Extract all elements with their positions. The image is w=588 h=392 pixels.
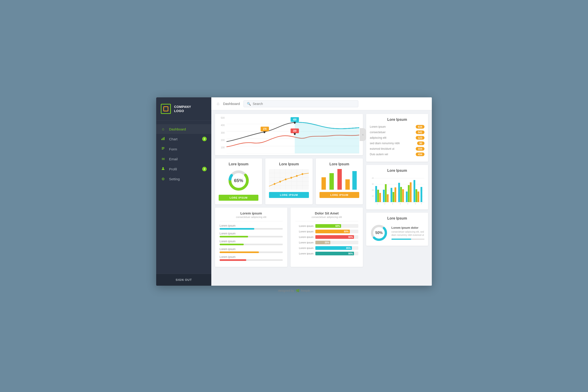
svg-rect-24: [269, 169, 309, 190]
sidebar-item-label-chart: Chart: [169, 137, 178, 141]
card3-action-btn[interactable]: LORE IPSUM: [320, 192, 359, 198]
list-badge-6: 434: [416, 152, 424, 156]
svg-point-39: [296, 175, 298, 177]
main-content: ⌂ Dashboard 🔍 100 200: [211, 97, 432, 286]
sidebar-item-chart[interactable]: Chart 2: [156, 134, 211, 144]
list-row-6: Duis autem vel 434: [370, 152, 424, 156]
hbar-track-5: 85%: [315, 246, 358, 250]
list-badge-5: 334: [416, 147, 424, 151]
hbar-title: Dolor Sit Amet: [295, 211, 358, 215]
line-chart-container: 100 200 300 400 500: [219, 117, 359, 154]
list-badge-2: 541: [416, 130, 424, 134]
svg-text:270: 270: [263, 128, 266, 131]
progress-card-title: Lorem ipsum: [220, 211, 283, 215]
svg-rect-45: [345, 179, 350, 190]
hbar-fill-2: 80%: [315, 230, 350, 233]
bar-chart-icon: [161, 137, 166, 141]
search-input[interactable]: [253, 102, 355, 106]
svg-text:5: 5: [408, 203, 408, 204]
sidebar-item-dashboard[interactable]: ⌂ Dashboard: [156, 124, 211, 134]
svg-rect-5: [162, 149, 164, 150]
svg-rect-42: [321, 177, 326, 190]
gear-icon: ⚙: [161, 177, 166, 181]
signout-button[interactable]: SIGN OUT: [161, 278, 207, 282]
list-label-1: Lorem ipsum: [370, 125, 386, 128]
sidebar-item-setting[interactable]: ⚙ Setting: [156, 174, 211, 184]
list-row-3: adipiscing elit 123: [370, 136, 424, 140]
hbar-card: Dolor Sit Amet consectetuer adipiscing e…: [290, 208, 363, 267]
progress-bar-fill-5: [220, 259, 246, 261]
hbar-subtitle: consectetuer adipiscing elit: [295, 216, 358, 218]
svg-rect-69: [408, 185, 410, 202]
progress-bar-bg-4: [220, 252, 283, 253]
list-badge-1: 634: [416, 125, 424, 128]
y-label-300: 300: [219, 132, 226, 134]
sidebar-item-email[interactable]: ✉ Email: [156, 154, 211, 164]
svg-rect-70: [410, 182, 412, 202]
card1-action-btn[interactable]: LORE IPSUM: [219, 195, 258, 201]
content-right: Lore Ipsum Lorem ipsum 634 consectetuer …: [366, 114, 428, 282]
progress-bar-fill-1: [220, 228, 254, 230]
svg-text:3: 3: [392, 203, 393, 204]
header-home-icon: ⌂: [217, 101, 219, 106]
list-row-1: Lorem ipsum 634: [370, 125, 424, 128]
svg-rect-60: [385, 184, 387, 202]
hbar-pct-5: 85%: [346, 247, 351, 250]
donut-chart: 65%: [227, 169, 250, 192]
hbar-label-4: Lorem ipsum: [295, 241, 314, 244]
sidebar-item-label-email: Email: [169, 157, 178, 161]
svg-text:45: 45: [372, 177, 374, 179]
card2-title: Lore Ipsum: [279, 162, 299, 166]
progress-label-3: Lorem ipsum: [220, 240, 283, 243]
svg-text:4: 4: [400, 203, 400, 204]
list-label-4: sed diam nonummy nibh: [370, 142, 400, 145]
card2-action-btn[interactable]: LORE IPSUM: [269, 192, 309, 198]
sidebar-item-label-setting: Setting: [169, 177, 180, 181]
card-bar: Lore Ipsum: [316, 158, 363, 204]
hbar-row-2: Lorem ipsum 80%: [295, 230, 358, 233]
sidebar-item-label-dashboard: Dashboard: [169, 127, 186, 131]
progress-item-1: Lorem ipsum: [220, 224, 283, 230]
hbar-track-4: 35%: [315, 241, 358, 244]
svg-rect-59: [383, 190, 385, 202]
list-label-6: Duis autem vel: [370, 153, 388, 156]
svg-rect-65: [398, 183, 400, 202]
right-bar-title: Lore Ipsum: [370, 168, 424, 173]
progress-bar-bg-3: [220, 244, 283, 245]
chart-area: 270 200 400: [226, 117, 359, 154]
svg-point-36: [279, 181, 281, 182]
svg-rect-62: [390, 188, 392, 202]
hbar-label-3: Lorem ipsum: [295, 236, 314, 238]
right-bar-card: Lore Ipsum 45 30 20 10: [366, 165, 428, 210]
svg-text:20: 20: [372, 189, 374, 191]
progress-label-5: Lorem ipsum: [220, 255, 283, 258]
svg-rect-71: [414, 180, 415, 202]
footer-brand: freepik: [301, 289, 310, 292]
hbar-track-3: 90%: [315, 235, 358, 239]
chart-badge: 2: [202, 137, 207, 141]
logo-inner-square: [163, 106, 168, 112]
right-donut-wrap: 50%: [370, 224, 388, 242]
svg-rect-73: [418, 192, 420, 202]
progress-item-3: Lorem ipsum: [220, 240, 283, 245]
content-left: 100 200 300 400 500: [215, 114, 363, 282]
search-bar[interactable]: 🔍: [244, 100, 358, 107]
sidebar-item-form[interactable]: Form: [156, 144, 211, 154]
right-donut-label: 50%: [375, 231, 383, 235]
grouped-bar-chart: [320, 169, 359, 190]
list-row-5: euismod tincidunt ut 334: [370, 147, 424, 151]
card3-title: Lore Ipsum: [329, 162, 349, 166]
svg-rect-0: [162, 139, 162, 140]
svg-rect-46: [352, 171, 357, 190]
hbar-pct-3: 90%: [348, 236, 353, 238]
svg-rect-44: [338, 169, 342, 190]
svg-text:30: 30: [372, 183, 374, 185]
list-badge-4: 90: [417, 142, 424, 145]
hbar-track-6: 90%: [315, 252, 358, 255]
list-label-5: euismod tincidunt ut: [370, 147, 394, 150]
svg-rect-58: [379, 193, 381, 202]
hbar-pct-4: 35%: [324, 241, 329, 244]
progress-item-2: Lorem ipsum: [220, 232, 283, 238]
sidebar-item-profil[interactable]: Profil 2: [156, 164, 211, 174]
sidebar-collapse-toggle[interactable]: ‹: [360, 128, 366, 141]
